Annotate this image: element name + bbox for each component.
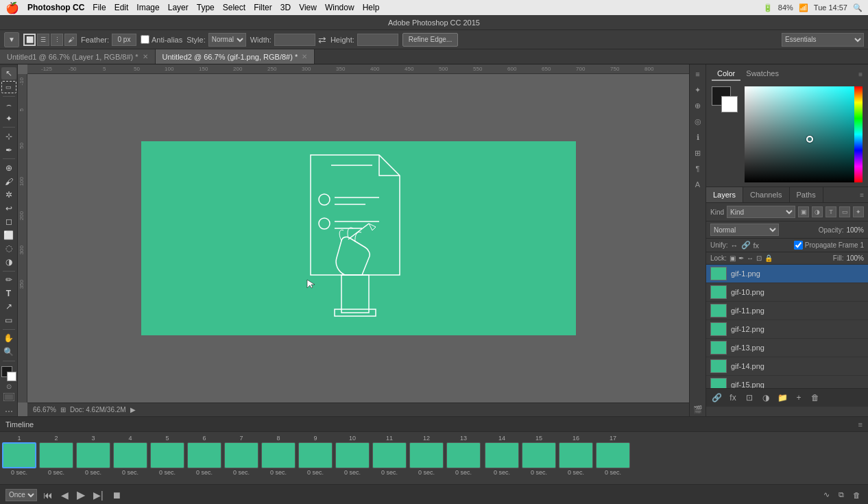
panel-tool-7[interactable]: A — [691, 178, 705, 191]
duplicate-frame-icon[interactable]: ⧉ — [835, 489, 847, 501]
color-panel-menu-icon[interactable]: ≡ — [858, 71, 863, 78]
refine-edge-button[interactable]: Refine Edge... — [402, 33, 458, 47]
frame-8-thumb[interactable] — [261, 442, 296, 468]
color-tab[interactable]: Color — [712, 67, 740, 81]
frame-7-thumb[interactable] — [224, 442, 258, 468]
tween-icon[interactable]: ∿ — [820, 489, 832, 501]
frame-9[interactable]: 9 0 sec. — [298, 435, 333, 476]
move-tool[interactable]: ↖ — [1, 67, 16, 80]
hue-bar[interactable] — [854, 86, 863, 182]
essentials-select[interactable]: Essentials — [782, 33, 864, 47]
adjustment-filter-icon[interactable]: ◑ — [812, 206, 823, 217]
expand-tools-icon[interactable]: ⋯ — [5, 407, 13, 416]
layers-tab[interactable]: Layers — [706, 187, 743, 202]
unify-linked-icon[interactable]: 🔗 — [741, 241, 751, 250]
frame-17-thumb[interactable] — [596, 442, 630, 468]
menu-help[interactable]: Help — [363, 3, 380, 12]
frame-7[interactable]: 7 0 sec. — [224, 435, 259, 476]
menu-layer[interactable]: Layer — [168, 3, 189, 12]
lock-pixels-icon[interactable]: ▣ — [730, 254, 736, 262]
color-area[interactable] — [1, 366, 16, 379]
quick-mask-icon[interactable]: ⊙ — [6, 383, 12, 390]
frame-15-thumb[interactable] — [522, 442, 556, 468]
panel-tool-5[interactable]: ⊞ — [691, 146, 705, 160]
eraser-tool[interactable]: ◻ — [1, 215, 16, 228]
frame-4[interactable]: 4 0 sec. — [112, 435, 148, 476]
frame-10[interactable]: 10 0 sec. — [335, 435, 370, 476]
style-select[interactable]: Normal — [208, 33, 246, 47]
layer-item-gif15[interactable]: gif-15.png — [706, 376, 868, 388]
timeline-menu-icon[interactable]: ≡ — [858, 420, 863, 429]
smart-filter-icon[interactable]: ✦ — [853, 206, 864, 217]
panel-tool-4[interactable]: ℹ — [691, 130, 705, 144]
prev-frame-button[interactable]: ◀ — [59, 490, 71, 501]
layer-item-gif10[interactable]: gif-10.png — [706, 283, 868, 302]
propagate-checkbox[interactable] — [794, 241, 803, 250]
frame-14[interactable]: 14 0 sec. — [484, 435, 520, 476]
lock-position-icon[interactable]: ↔ — [747, 254, 754, 262]
layers-list[interactable]: gif-1.png gif-10.png gif-11.png gif-12.p… — [706, 265, 868, 388]
expand-panels-icon[interactable]: ≡ — [691, 67, 705, 81]
loop-select[interactable]: Once — [5, 489, 37, 501]
frame-16-thumb[interactable] — [559, 442, 593, 468]
tab-untitled2[interactable]: Untitled2 @ 66.7% (gif-1.png, RGB/8#) * … — [156, 49, 315, 64]
search-icon[interactable]: 🔍 — [853, 3, 863, 12]
delete-frame-icon[interactable]: 🗑 — [850, 489, 863, 501]
path-selection-tool[interactable]: ↗ — [1, 301, 16, 313]
add-mask-icon[interactable]: ⊡ — [743, 392, 756, 404]
add-adjustment-icon[interactable]: ◑ — [760, 392, 772, 404]
menu-window[interactable]: Window — [325, 3, 354, 12]
type-filter-icon[interactable]: T — [825, 206, 836, 217]
frame-11-thumb[interactable] — [372, 442, 407, 468]
pixel-filter-icon[interactable]: ▣ — [798, 206, 809, 217]
zoom-tool[interactable]: 🔍 — [1, 346, 16, 358]
menu-edit[interactable]: Edit — [114, 3, 129, 12]
frame-6-thumb[interactable] — [187, 442, 221, 468]
frame-1[interactable]: 1 0 sec. — [1, 435, 37, 476]
frame-12[interactable]: 12 0 sec. — [409, 435, 444, 476]
frame-15[interactable]: 15 0 sec. — [521, 435, 557, 476]
menu-image[interactable]: Image — [136, 3, 159, 12]
layers-panel-menu-icon[interactable]: ≡ — [856, 189, 868, 202]
next-frame-button[interactable]: ▶| — [91, 490, 106, 501]
canvas-area[interactable]: -125 -50 5 50 100 150 200 250 300 350 40… — [18, 64, 689, 416]
add-group-icon[interactable]: 📁 — [776, 392, 788, 404]
frame-14-thumb[interactable] — [485, 442, 519, 468]
frame-9-thumb[interactable] — [298, 442, 333, 468]
channels-tab[interactable]: Channels — [743, 187, 789, 202]
blur-tool[interactable]: ◌ — [1, 243, 16, 255]
menu-type[interactable]: Type — [197, 3, 215, 12]
frame-12-thumb[interactable] — [409, 442, 444, 468]
panel-tool-6[interactable]: ¶ — [691, 162, 705, 176]
width-input[interactable] — [274, 34, 315, 46]
frame-3-thumb[interactable] — [76, 442, 110, 468]
color-gradient-main[interactable] — [745, 86, 863, 182]
background-swatch[interactable] — [721, 96, 738, 112]
layer-item-gif13[interactable]: gif-13.png — [706, 339, 868, 357]
frame-5-thumb[interactable] — [150, 442, 184, 468]
color-picker-container[interactable] — [745, 86, 863, 182]
frame-4-thumb[interactable] — [113, 442, 147, 468]
spot-healing-tool[interactable]: ⊕ — [1, 162, 16, 174]
frame-5[interactable]: 5 0 sec. — [149, 435, 185, 476]
clone-stamp-tool[interactable]: ✲ — [1, 189, 16, 201]
unify-position-icon[interactable]: ↔ — [731, 241, 738, 250]
panel-tool-2[interactable]: ⊕ — [691, 99, 705, 112]
frame-6[interactable]: 6 0 sec. — [186, 435, 222, 476]
lock-artboard-icon[interactable]: ⊡ — [756, 254, 762, 262]
tab2-close-icon[interactable]: ✕ — [302, 53, 307, 60]
frame-3[interactable]: 3 0 sec. — [75, 435, 111, 476]
frame-16[interactable]: 16 0 sec. — [558, 435, 594, 476]
panel-tool-1[interactable]: ✦ — [691, 83, 705, 97]
height-input[interactable] — [357, 34, 398, 46]
type-tool[interactable]: T — [1, 287, 16, 300]
swap-wh-icon[interactable]: ⇄ — [318, 34, 326, 45]
delete-layer-icon[interactable]: 🗑 — [809, 392, 821, 404]
blend-mode-select[interactable]: Normal — [710, 224, 779, 236]
layer-item-gif12[interactable]: gif-12.png — [706, 320, 868, 339]
hand-tool[interactable]: ✋ — [1, 333, 16, 345]
add-style-icon[interactable]: fx — [727, 392, 739, 404]
frame-10-thumb[interactable] — [335, 442, 370, 468]
screen-mode-icon[interactable] — [3, 393, 14, 403]
frame-13[interactable]: 13 0 sec. — [446, 435, 481, 476]
